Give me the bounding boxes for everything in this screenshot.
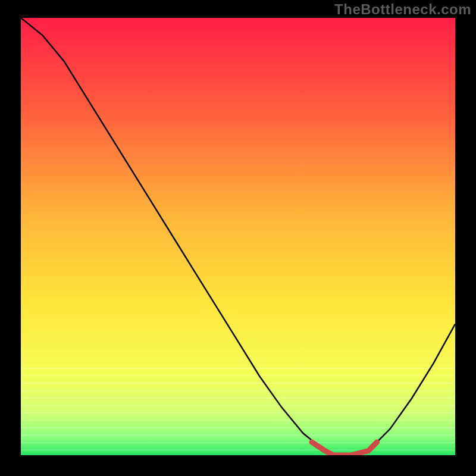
svg-rect-0 bbox=[21, 368, 455, 369]
gradient-background bbox=[21, 18, 455, 455]
svg-rect-7 bbox=[21, 419, 455, 421]
chart-frame: TheBottleneck.com bbox=[0, 0, 476, 476]
svg-rect-4 bbox=[21, 397, 455, 399]
svg-rect-1 bbox=[21, 375, 455, 376]
svg-rect-11 bbox=[21, 449, 455, 450]
plot-area bbox=[21, 18, 455, 455]
svg-rect-3 bbox=[21, 390, 455, 391]
chart-svg bbox=[21, 18, 455, 455]
svg-rect-9 bbox=[21, 434, 455, 436]
svg-rect-10 bbox=[21, 442, 455, 443]
watermark-text: TheBottleneck.com bbox=[334, 1, 471, 18]
svg-rect-5 bbox=[21, 405, 455, 406]
svg-rect-2 bbox=[21, 383, 455, 384]
svg-rect-6 bbox=[21, 412, 455, 414]
